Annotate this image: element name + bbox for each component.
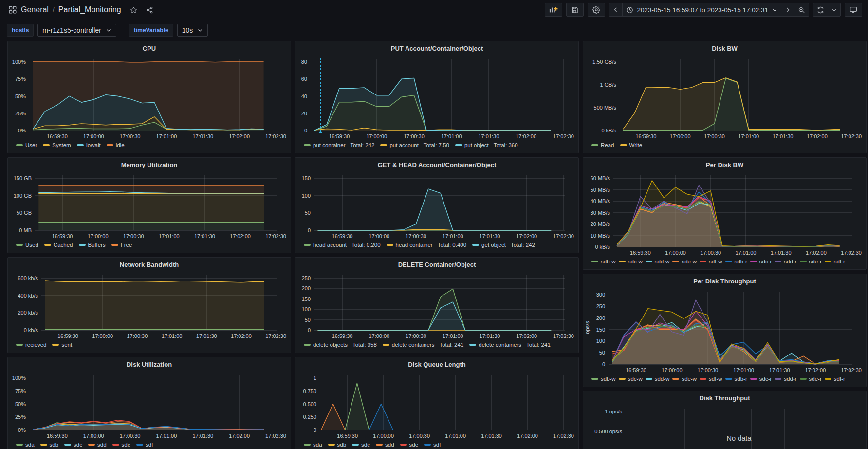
legend-item[interactable]: idle	[107, 142, 125, 148]
legend-item[interactable]: sdd-w	[646, 259, 670, 264]
x-tick-label: 17:01:00	[445, 433, 466, 439]
legend-item[interactable]: sdd-r	[775, 259, 796, 264]
legend-item[interactable]: recieved	[16, 342, 46, 348]
legend-item[interactable]: sdd	[88, 442, 107, 448]
legend-item[interactable]: put containerTotal: 242	[304, 142, 374, 148]
legend-item[interactable]: Free	[111, 242, 132, 248]
legend-item[interactable]: sdb	[40, 442, 59, 448]
refresh-interval-button[interactable]	[828, 3, 840, 16]
legend-item[interactable]: User	[16, 142, 37, 148]
zoom-out-button[interactable]	[794, 3, 809, 16]
panel-plot[interactable]: 050100150200250300ops/s16:59:3017:00:001…	[583, 288, 866, 374]
legend-item[interactable]: sdb-w	[591, 259, 616, 264]
panel-plot[interactable]: 0%25%50%75%100%16:59:3017:00:0017:00:301…	[8, 371, 291, 440]
legend-item[interactable]: sde	[400, 442, 419, 448]
legend-swatch	[619, 261, 626, 262]
legend-item[interactable]: sde-r	[800, 259, 822, 264]
panel-plot[interactable]: 0 kB/s10 MB/s20 MB/s30 MB/s40 MB/s50 MB/…	[583, 171, 866, 257]
legend-item[interactable]: delete objectsTotal: 358	[304, 342, 377, 348]
star-icon[interactable]	[130, 6, 137, 14]
legend-item[interactable]: sdb-r	[725, 376, 747, 382]
legend-item[interactable]: sdc	[64, 442, 82, 448]
panel-plot[interactable]: 0 MB50 GB100 GB150 GB16:59:3017:00:0017:…	[8, 171, 291, 240]
legend-item[interactable]: delete containersTotal: 241	[469, 342, 550, 348]
panel-title[interactable]: DELETE Container/Object	[295, 258, 578, 271]
legend-item[interactable]: Read	[591, 142, 614, 148]
share-icon[interactable]	[146, 6, 153, 14]
legend-item[interactable]: sdf-r	[825, 376, 845, 382]
legend-item[interactable]: head containerTotal: 0.400	[387, 242, 467, 248]
panel-plot[interactable]: 05010015020025016:59:3017:00:0017:00:301…	[295, 271, 578, 340]
apps-icon[interactable]	[8, 5, 17, 14]
legend-item[interactable]: sdf-r	[825, 259, 845, 264]
legend-item[interactable]: sdf-w	[700, 376, 722, 382]
legend-item[interactable]: get objectTotal: 242	[472, 242, 535, 248]
legend-item[interactable]: Iowait	[77, 142, 101, 148]
legend-item[interactable]: Used	[16, 242, 38, 248]
legend-item[interactable]: head accountTotal: 0.200	[304, 242, 381, 248]
panel-plot[interactable]: 02040608016:59:3017:00:0017:00:3017:01:0…	[295, 55, 578, 140]
legend-item[interactable]: sdc-r	[750, 259, 772, 264]
save-dashboard-button[interactable]	[566, 3, 584, 17]
legend-item[interactable]: sdc-r	[750, 376, 772, 382]
legend-item[interactable]: sdc-w	[619, 376, 643, 382]
panel-title[interactable]: GET & HEAD Account/Container/Object	[295, 158, 578, 171]
panel-title[interactable]: PUT Account/Container/Object	[295, 41, 578, 55]
legend-item[interactable]: Write	[620, 142, 643, 148]
legend-total: Total: 242	[351, 142, 375, 148]
add-panel-button[interactable]	[545, 3, 562, 17]
legend-label: System	[52, 142, 71, 148]
variable-select-timevariable[interactable]: 10s	[177, 24, 208, 37]
legend-item[interactable]: put accountTotal: 7.50	[380, 142, 449, 148]
legend-item[interactable]: Cached	[44, 242, 73, 248]
legend-item[interactable]: sdf	[424, 442, 441, 448]
legend-item[interactable]: sdc-w	[619, 259, 643, 264]
panel-title[interactable]: CPU	[8, 41, 291, 55]
panel-title[interactable]: Memory Utilization	[8, 158, 291, 171]
legend-item[interactable]: sdd	[376, 442, 394, 448]
legend-item[interactable]: sdc	[352, 442, 370, 448]
legend-item[interactable]: sdb-r	[725, 259, 747, 264]
panel-plot[interactable]: 0 kb/s200 kb/s400 kb/s600 kb/s16:59:3017…	[8, 271, 291, 340]
legend-item[interactable]: sda	[16, 442, 35, 448]
panel-plot[interactable]: 00.2500.5000.750116:59:3017:00:0017:00:3…	[295, 371, 578, 440]
legend-item[interactable]: sdb-w	[591, 376, 616, 382]
legend-item[interactable]: sde-w	[672, 376, 697, 382]
panel-title[interactable]: Disk BW	[583, 41, 866, 55]
legend-item[interactable]: sdb	[328, 442, 347, 448]
panel-plot[interactable]: 0 kB/s500 MB/s1 GB/s1.50 GB/s16:59:3017:…	[583, 55, 866, 140]
panel-plot[interactable]: 0 ops/s0.500 ops/s1 ops/s16:59:3017:00:0…	[583, 405, 866, 449]
dashboard-settings-button[interactable]	[588, 3, 605, 17]
legend-item[interactable]: sde	[112, 442, 131, 448]
breadcrumb-dashboard[interactable]: Partial_Monitoring	[58, 5, 121, 14]
refresh-button[interactable]	[813, 3, 828, 16]
legend-item[interactable]: sde-r	[800, 376, 822, 382]
legend-item[interactable]: sda	[304, 442, 322, 448]
time-picker-button[interactable]: 2023-05-15 16:59:07 to 2023-05-15 17:02:…	[622, 3, 781, 16]
legend-item[interactable]: System	[43, 142, 71, 148]
time-range-forward-button[interactable]	[781, 3, 794, 16]
legend-item[interactable]: put objectTotal: 360	[455, 142, 518, 148]
panel-plot[interactable]: 05010015016:59:3017:00:0017:00:3017:01:0…	[295, 171, 578, 240]
legend-item[interactable]: delete containersTotal: 241	[383, 342, 463, 348]
legend-item[interactable]: sent	[52, 342, 72, 348]
panel-title[interactable]: Per Disk BW	[583, 158, 866, 171]
panel-title[interactable]: Per Disk Throughput	[583, 274, 866, 288]
legend-item[interactable]: Buffers	[79, 242, 106, 248]
cycle-view-mode-button[interactable]	[845, 3, 862, 17]
time-range-back-button[interactable]	[609, 3, 622, 16]
panel-plot[interactable]: 0%25%50%75%100%16:59:3017:00:0017:00:301…	[8, 55, 291, 140]
legend-item[interactable]: sdd-w	[646, 376, 670, 382]
legend-item[interactable]: sdf	[136, 442, 153, 448]
variable-select-hostls[interactable]: m-r1z1s5-controller	[37, 24, 116, 37]
breadcrumb-folder[interactable]: General	[21, 5, 49, 14]
legend-item[interactable]: sde-w	[672, 259, 697, 264]
annotation-marker[interactable]	[318, 58, 323, 133]
panel-title[interactable]: Disk Throughput	[583, 391, 866, 405]
panel-title[interactable]: Disk Queue Length	[295, 357, 578, 371]
panel-title[interactable]: Disk Utilization	[8, 357, 291, 371]
legend-item[interactable]: sdf-w	[700, 259, 722, 264]
panel-title[interactable]: Network Bandwidth	[8, 258, 291, 271]
legend-item[interactable]: sdd-r	[775, 376, 796, 382]
legend-label: sdf-w	[709, 376, 722, 382]
